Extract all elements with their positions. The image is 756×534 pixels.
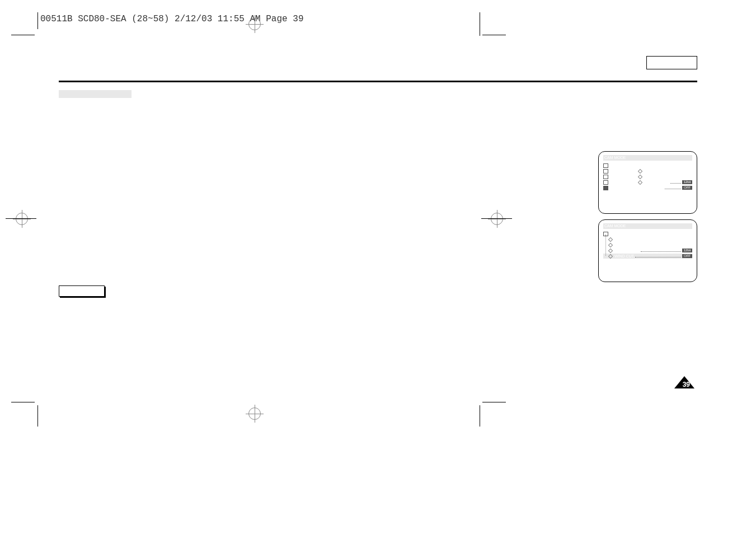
osd-dots	[670, 181, 681, 184]
osd-row: REC MODE	[603, 237, 692, 242]
osd-row: VIEWER AUDIO MODE 12bit	[603, 180, 692, 185]
osd-sub: AUDIO MODE	[644, 180, 669, 184]
tree-line	[605, 235, 607, 256]
osd-sub: REC MODE	[644, 169, 665, 173]
osd-sub: REC MODE	[614, 237, 636, 241]
osd-value: OFF	[682, 186, 692, 190]
osd-row: INITIAL	[603, 163, 692, 168]
osd-sub: WIND CUT	[644, 186, 664, 190]
regmark	[37, 12, 38, 29]
regmark	[11, 402, 35, 402]
diamond-icon	[608, 254, 613, 258]
diamond-icon	[638, 174, 642, 179]
osd-label: A/V	[612, 175, 638, 179]
prepress-stamp: 00511B SCD80-SEA (28~58) 2/12/03 11:55 A…	[40, 14, 303, 24]
osd-row: WIND CUT OFF	[603, 185, 692, 190]
osd-label: VIEWER	[612, 180, 638, 184]
page-number: 39	[683, 381, 690, 388]
osd-row: A/V SET	[603, 231, 692, 236]
folder-icon	[603, 163, 608, 168]
regmark-circle-icon	[16, 213, 28, 225]
regmark	[482, 35, 506, 35]
diamond-icon	[608, 237, 613, 241]
osd-sub: AUDIO MODE	[614, 249, 640, 252]
diamond-icon	[638, 180, 642, 184]
osd-value: 12bit	[682, 180, 692, 184]
folder-icon	[603, 186, 608, 190]
osd-dots	[665, 186, 681, 189]
osd-row: A/V PHOTO SEARCH	[603, 174, 692, 179]
section-highlight	[59, 90, 132, 98]
osd-value: 12bit	[682, 249, 692, 252]
osd-panel-1: CAM MODE INITIAL CAMERA REC MODE A/V PHO…	[598, 151, 697, 214]
regmark	[11, 35, 35, 35]
osd-row: PHOTO SEARCH	[603, 242, 692, 247]
steps-text: 1. Set the camcorder to CAMERA mode. 2. …	[59, 143, 350, 212]
diamond-icon	[608, 242, 613, 247]
osd-title: CAM MODE	[603, 223, 692, 229]
regmark	[6, 218, 36, 219]
title-rule	[59, 81, 697, 82]
osd-row: CAMERA REC MODE	[603, 168, 692, 174]
folder-icon	[603, 175, 608, 179]
regmark	[480, 12, 480, 36]
osd-sub: WIND CUT	[614, 254, 634, 258]
osd-dots	[641, 249, 681, 252]
osd-sub: PHOTO SEARCH	[614, 243, 646, 247]
regmark-circle-icon	[248, 18, 261, 30]
osd-row-selected: WIND CUT OFF	[603, 254, 692, 259]
osd-back-label: A/V SET	[612, 232, 627, 236]
osd-title: CAM MODE	[603, 155, 692, 161]
osd-value: OFF	[682, 254, 692, 258]
folder-icon	[603, 169, 608, 174]
osd-sub: PHOTO SEARCH	[644, 175, 675, 179]
osd-label: INITIAL	[612, 163, 638, 167]
diamond-icon	[638, 168, 642, 173]
intro-text: ✤ The WIND CUT function works in CAMERA …	[59, 118, 350, 146]
osd-panel-2: CAM MODE A/V SET REC MODE PHOTO SEARCH A…	[598, 219, 697, 282]
notes-text: ■ Make sure WIND CUT is set to off when …	[59, 302, 350, 321]
diamond-icon	[608, 248, 613, 252]
osd-row: AUDIO MODE 12bit	[603, 248, 692, 253]
osd-label: CAMERA	[612, 169, 638, 173]
folder-icon	[603, 180, 608, 185]
notes-heading: Notes	[59, 285, 105, 297]
language-label: ENGLISH	[646, 56, 697, 69]
subsection-title: WIND CUT	[59, 104, 92, 111]
regmark	[37, 405, 38, 427]
osd-dots	[635, 255, 681, 257]
